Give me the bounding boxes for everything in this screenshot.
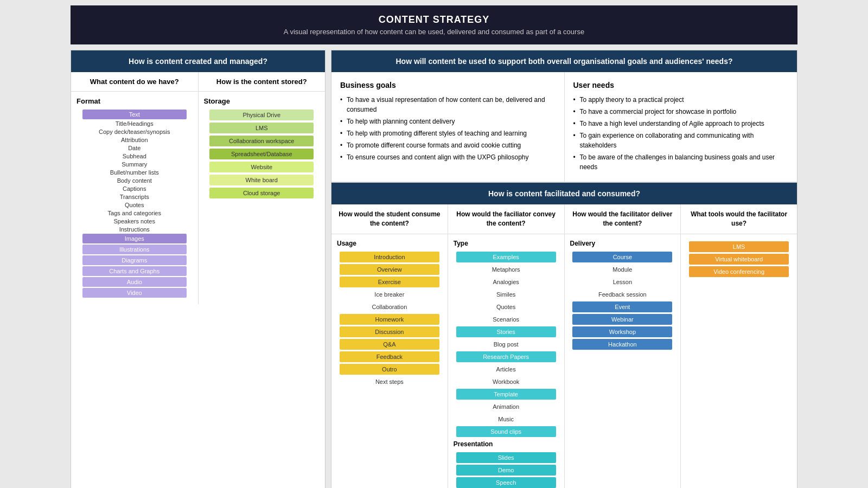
delivery-item: Webinar (572, 314, 672, 325)
delivery-item: Hackathon (572, 339, 672, 350)
business-goal-item: To ensure courses and content align with… (340, 151, 556, 163)
format-item: Bullet/number lists (76, 169, 193, 176)
goals-row: Business goals To have a visual represen… (331, 72, 797, 182)
right-panel: How will content be used to support both… (331, 50, 797, 488)
format-item: Transcripts (76, 193, 193, 201)
user-need-item: To be aware of the challenges in balanci… (573, 151, 789, 173)
usage-item: Overview (340, 264, 439, 275)
type-item: Similes (456, 289, 556, 300)
main-layout: How is content created and managed? What… (71, 50, 797, 488)
format-item: Title/Headings (76, 120, 193, 127)
format-label: Format (76, 97, 193, 105)
page-title: CONTENT STRATEGY (81, 14, 787, 25)
business-goal-item: To help with planning content delivery (340, 115, 556, 127)
presentation-label: Presentation (454, 440, 559, 448)
storage-item: Spreadsheet/Database (209, 149, 314, 159)
storage-column: Storage Physical DriveLMSCollaboration w… (199, 92, 326, 304)
usage-col: Usage IntroductionOverviewExerciseIce br… (331, 234, 448, 488)
usage-item: Homework (340, 314, 439, 325)
usage-item: Q&A (340, 339, 439, 350)
usage-item: Exercise (340, 277, 439, 287)
tool-item: LMS (689, 241, 789, 252)
presentation-item: Slides (456, 452, 556, 463)
format-item: Instructions (76, 226, 193, 233)
delivery-items-list: CourseModuleLessonFeedback sessionEventW… (570, 252, 675, 350)
usage-items-list: IntroductionOverviewExerciseIce breakerC… (337, 252, 442, 387)
type-item: Research Papers (456, 351, 556, 362)
format-item: Quotes (76, 201, 193, 209)
presentation-item: Demo (456, 465, 556, 476)
delivery-item: Module (572, 264, 672, 275)
storage-item: LMS (209, 123, 314, 133)
format-item: Audio (82, 277, 187, 287)
type-item: Blog post (456, 339, 556, 350)
usage-label: Usage (337, 240, 442, 247)
business-goal-item: To have a visual representation of how c… (340, 94, 556, 115)
left-panel-header: How is content created and managed? (71, 50, 325, 72)
right-top-section: How will content be used to support both… (331, 50, 797, 183)
storage-items-list: Physical DriveLMSCollaboration workspace… (204, 110, 320, 198)
fac-col1-header: How would the student consume the conten… (331, 204, 448, 234)
delivery-label: Delivery (570, 240, 675, 247)
storage-item: Website (209, 162, 314, 172)
user-need-item: To gain experience on collaborating and … (573, 130, 789, 151)
usage-item: Collaboration (340, 301, 439, 312)
delivery-item: Workshop (572, 326, 672, 337)
user-needs-title: User needs (573, 81, 789, 89)
fac-col2-header: How would the faciliator convey the cont… (448, 204, 565, 234)
business-goals-col: Business goals To have a visual represen… (331, 72, 565, 182)
type-item: Stories (456, 326, 556, 337)
type-col: Type ExamplesMetaphorsAnalogiesSimilesQu… (448, 234, 565, 488)
usage-item: Feedback (340, 351, 439, 362)
format-item: Copy deck/teaser/synopsis (76, 128, 193, 136)
left-content: Format TextTitle/HeadingsCopy deck/tease… (71, 92, 325, 304)
format-item: Summary (76, 160, 193, 168)
page-header: CONTENT STRATEGY A visual representation… (71, 5, 797, 44)
presentation-items-list: SlidesDemoSpeech (454, 452, 559, 488)
delivery-item: Lesson (572, 277, 672, 287)
storage-header: How is the content stored? (199, 72, 326, 91)
fac-col3-header: How would the facilitator deliver the co… (565, 204, 681, 234)
format-item: Illustrations (82, 245, 187, 254)
type-item: Articles (456, 364, 556, 375)
format-item: Tags and categories (76, 209, 193, 217)
format-item: Captions (76, 185, 193, 192)
business-goals-title: Business goals (340, 81, 556, 89)
usage-item: Introduction (340, 252, 439, 262)
delivery-col: Delivery CourseModuleLessonFeedback sess… (565, 234, 681, 488)
usage-item: Ice breaker (340, 289, 439, 300)
format-items-list: TextTitle/HeadingsCopy deck/teaser/synop… (76, 110, 193, 298)
business-goals-list: To have a visual representation of how c… (340, 94, 556, 163)
user-need-item: To apply theory to a practical project (573, 94, 789, 106)
page-subtitle: A visual representation of how content c… (81, 28, 787, 36)
storage-item: White board (209, 175, 314, 185)
business-goal-item: To promote different course formats and … (340, 139, 556, 151)
format-item: Diagrams (82, 255, 187, 265)
user-needs-list: To apply theory to a practical projectTo… (573, 94, 789, 173)
delivery-item: Feedback session (572, 289, 672, 300)
usage-item: Next steps (340, 376, 439, 387)
facilitation-header: How is content facilitated and consumed? (331, 183, 797, 204)
user-needs-col: User needs To apply theory to a practica… (565, 72, 797, 182)
right-panel-header: How will content be used to support both… (331, 50, 797, 72)
storage-item: Collaboration workspace (209, 136, 314, 146)
tool-item: Video conferencing (689, 266, 789, 277)
presentation-item: Speech (456, 477, 556, 488)
user-need-item: To have a commercial project for showcas… (573, 106, 789, 118)
storage-item: Physical Drive (209, 110, 314, 120)
facilitation-col-headers: How would the student consume the conten… (331, 204, 797, 234)
tools-items-list: LMSVirtual whiteboardVideo conferencing (686, 241, 792, 277)
type-label: Type (454, 240, 559, 247)
format-item: Subhead (76, 152, 193, 160)
format-column: Format TextTitle/HeadingsCopy deck/tease… (71, 92, 199, 304)
format-item: Body content (76, 177, 193, 184)
type-item: Examples (456, 252, 556, 262)
storage-item: Cloud storage (209, 188, 314, 198)
format-item: Video (82, 288, 187, 298)
format-item: Charts and Graphs (82, 266, 187, 276)
usage-item: Discussion (340, 326, 439, 337)
delivery-item: Course (572, 252, 672, 262)
usage-item: Outro (340, 364, 439, 375)
type-item: Sound clips (456, 426, 556, 437)
type-item: Analogies (456, 277, 556, 287)
